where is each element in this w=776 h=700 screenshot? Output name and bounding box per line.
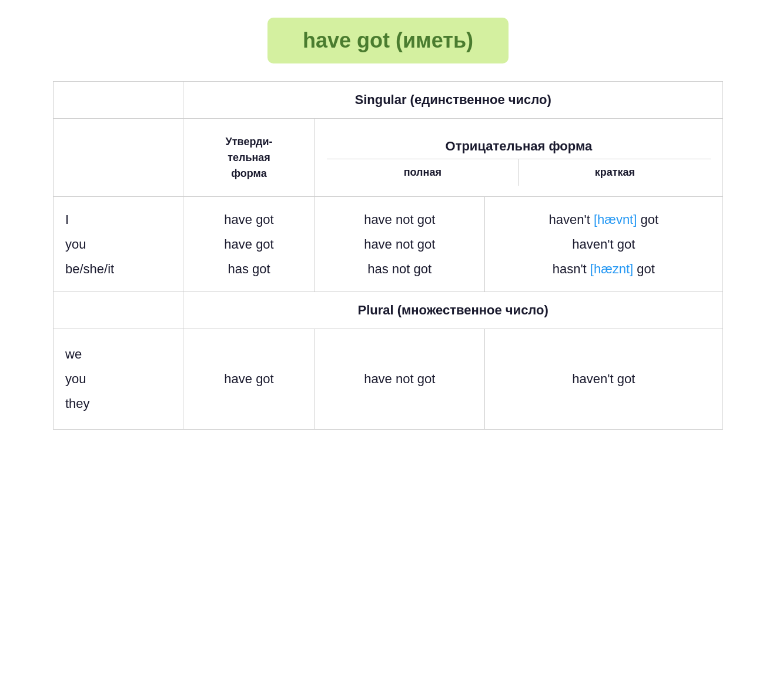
plural-header: Plural (множественное число) <box>183 292 723 329</box>
plural-subject-cell: weyouthey <box>53 329 183 429</box>
phonetic-3: [hæznt] <box>590 262 633 276</box>
empty-cell-2 <box>53 119 183 197</box>
singular-affirmative: have gothave gothas got <box>195 207 302 281</box>
empty-cell-1 <box>53 82 183 119</box>
grammar-table: Singular (единственное число) Утверди-те… <box>53 81 723 430</box>
plural-negative-short: haven't got <box>497 367 711 391</box>
empty-cell-3 <box>53 292 183 329</box>
column-headers-row: Утверди-тельнаяформа Отрицательная форма… <box>53 119 723 197</box>
negative-header-cell: Отрицательная форма полная краткая <box>315 119 723 197</box>
plural-data-row: weyouthey have got have not got haven't … <box>53 329 723 429</box>
singular-header: Singular (единственное число) <box>183 82 723 119</box>
affirmative-header-cell: Утверди-тельнаяформа <box>183 119 315 197</box>
title-badge: have got (иметь) <box>267 18 509 63</box>
negative-sub-headers: полная краткая <box>327 159 711 186</box>
singular-affirmative-cell: have gothave gothas got <box>183 197 315 292</box>
singular-negative-full-cell: have not gothave not gothas not got <box>315 197 484 292</box>
singular-negative-short: haven't [hævnt] got haven't got hasn't [… <box>497 207 711 281</box>
singular-negative-short-cell: haven't [hævnt] got haven't got hasn't [… <box>484 197 723 292</box>
singular-header-row: Singular (единственное число) <box>53 82 723 119</box>
page-container: have got (иметь) Singular (единственное … <box>53 18 723 430</box>
plural-negative-full-cell: have not got <box>315 329 484 429</box>
full-label: полная <box>327 159 519 186</box>
phonetic-1: [hævnt] <box>594 212 637 227</box>
plural-affirmative: have got <box>195 367 302 391</box>
singular-subject: Iyoube/she/it <box>65 207 171 281</box>
short-label: краткая <box>519 159 711 186</box>
singular-data-row: Iyoube/she/it have gothave gothas got ha… <box>53 197 723 292</box>
affirmative-header-text: Утверди-тельнаяформа <box>195 134 302 182</box>
singular-subject-cell: Iyoube/she/it <box>53 197 183 292</box>
plural-subject: weyouthey <box>65 342 171 416</box>
singular-negative-full: have not gothave not gothas not got <box>327 207 473 281</box>
plural-header-row: Plural (множественное число) <box>53 292 723 329</box>
plural-negative-short-cell: haven't got <box>484 329 723 429</box>
plural-affirmative-cell: have got <box>183 329 315 429</box>
title-text: have got (иметь) <box>303 28 473 52</box>
plural-negative-full: have not got <box>327 367 473 391</box>
negative-main-header: Отрицательная форма <box>327 129 711 159</box>
